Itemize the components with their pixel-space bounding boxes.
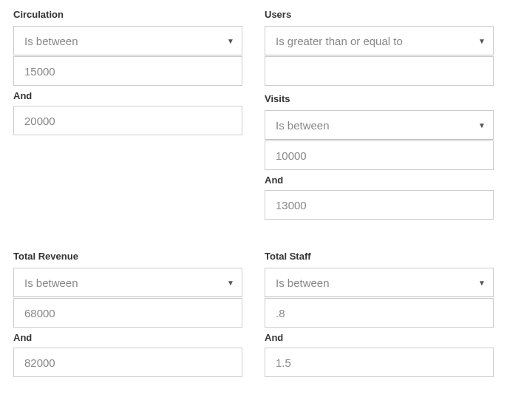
visits-label: Visits xyxy=(265,93,494,104)
and-label: And xyxy=(13,332,242,343)
circulation-operator-value: Is between xyxy=(24,35,78,47)
visits-value1-input[interactable] xyxy=(265,140,494,170)
chevron-down-icon: ▼ xyxy=(227,37,234,45)
users-value1-input[interactable] xyxy=(265,56,494,86)
total-staff-value1-input[interactable] xyxy=(265,298,494,328)
chevron-down-icon: ▼ xyxy=(478,279,486,287)
circulation-label: Circulation xyxy=(13,9,242,20)
users-label: Users xyxy=(265,9,494,20)
chevron-down-icon: ▼ xyxy=(478,121,486,129)
users-operator-value: Is greater than or equal to xyxy=(276,35,403,47)
total-revenue-operator-value: Is between xyxy=(24,277,78,289)
filter-users: Users Is greater than or equal to ▼ xyxy=(265,9,494,86)
users-operator-select[interactable]: Is greater than or equal to ▼ xyxy=(265,26,494,55)
total-revenue-label: Total Revenue xyxy=(13,251,242,262)
visits-value2-input[interactable] xyxy=(265,190,494,220)
and-label: And xyxy=(265,175,494,186)
chevron-down-icon: ▼ xyxy=(227,279,234,287)
filter-total-revenue: Total Revenue Is between ▼ And xyxy=(13,251,242,377)
total-revenue-operator-select[interactable]: Is between ▼ xyxy=(13,268,242,297)
circulation-value2-input[interactable] xyxy=(13,106,242,135)
total-revenue-value2-input[interactable] xyxy=(13,348,242,377)
total-staff-value2-input[interactable] xyxy=(265,348,494,377)
total-staff-operator-value: Is between xyxy=(276,277,330,289)
and-label: And xyxy=(13,90,242,101)
visits-operator-select[interactable]: Is between ▼ xyxy=(265,110,494,140)
filter-total-staff: Total Staff Is between ▼ And xyxy=(265,251,494,377)
filter-circulation: Circulation Is between ▼ And xyxy=(13,9,242,220)
and-label: And xyxy=(265,332,494,343)
visits-operator-value: Is between xyxy=(276,119,330,132)
circulation-value1-input[interactable] xyxy=(13,56,242,86)
total-staff-label: Total Staff xyxy=(265,251,494,262)
total-revenue-value1-input[interactable] xyxy=(13,298,242,328)
total-staff-operator-select[interactable]: Is between ▼ xyxy=(265,268,494,297)
chevron-down-icon: ▼ xyxy=(478,37,486,45)
circulation-operator-select[interactable]: Is between ▼ xyxy=(13,26,242,55)
filter-visits: Visits Is between ▼ And xyxy=(265,93,494,220)
